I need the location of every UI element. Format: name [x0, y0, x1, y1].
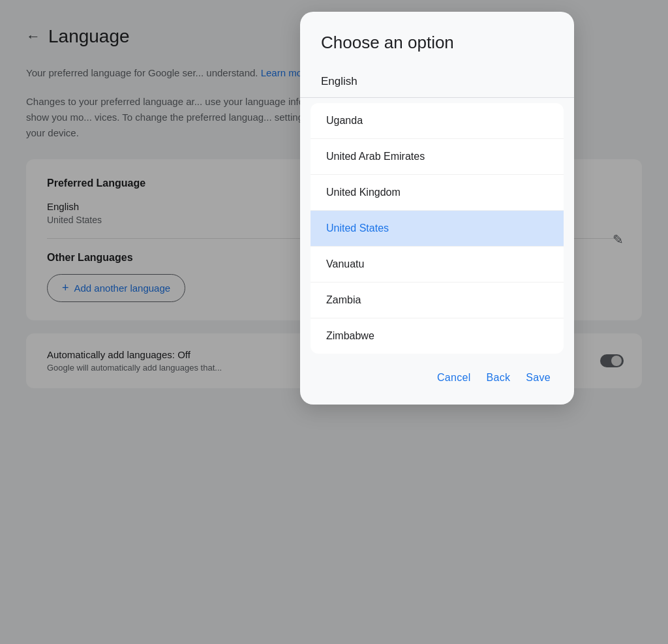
dialog-title: Choose an option	[300, 33, 574, 53]
list-item-zambia[interactable]: Zambia	[311, 283, 564, 318]
choose-option-dialog: Choose an option English Uganda United A…	[300, 12, 574, 405]
list-item-uk[interactable]: United Kingdom	[311, 175, 564, 211]
cancel-button[interactable]: Cancel	[434, 367, 474, 389]
list-item-vanuatu[interactable]: Vanuatu	[311, 247, 564, 283]
list-item-uae[interactable]: United Arab Emirates	[311, 139, 564, 175]
list-item-uganda[interactable]: Uganda	[311, 103, 564, 139]
list-item-us[interactable]: United States	[311, 211, 564, 247]
list-item-zimbabwe[interactable]: Zimbabwe	[311, 318, 564, 354]
dialog-list[interactable]: Uganda United Arab Emirates United Kingd…	[311, 103, 564, 354]
save-button[interactable]: Save	[523, 367, 553, 389]
dialog-selected-language: English	[300, 66, 574, 97]
dialog-actions: Cancel Back Save	[300, 354, 574, 389]
back-button[interactable]: Back	[484, 367, 513, 389]
dialog-divider	[300, 97, 574, 98]
